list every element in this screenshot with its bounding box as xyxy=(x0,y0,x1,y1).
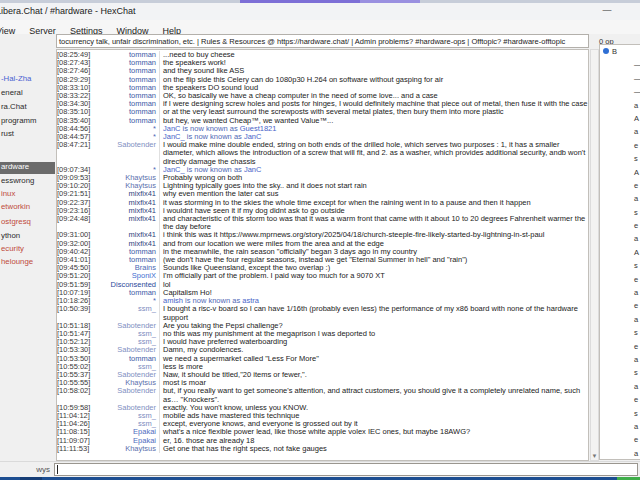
message-timestamp: [09:24:48] xyxy=(57,215,98,231)
user-list-item[interactable]: s xyxy=(600,366,640,379)
message-timestamp: [10:50:39] xyxy=(57,305,98,321)
channel-tree-item[interactable]: -Hal-Zha xyxy=(0,74,31,86)
user-nick-fragment: e xyxy=(634,342,638,351)
channel-tree-item[interactable]: ostgresq xyxy=(0,217,31,229)
own-nick-label: wys xyxy=(30,465,50,474)
chat-message-row: [08:35:40]tommanbut hey, we wanted Cheap… xyxy=(57,117,588,125)
title-bar: Libera.Chat / #hardware - HexChat — xyxy=(0,3,640,21)
user-nick-fragment: e xyxy=(634,181,638,190)
user-nick-fragment: e xyxy=(634,301,638,310)
message-nick[interactable]: Sabotender xyxy=(98,141,159,166)
message-text: Naw, it should be titled,"20 items or fe… xyxy=(159,371,588,379)
nick-link[interactable]: JanC xyxy=(244,165,262,174)
input-bar: wys xyxy=(0,461,640,478)
user-list-item[interactable]: a xyxy=(600,99,640,112)
chat-message-row: [11:11:53]KhaytsusGet one that has the r… xyxy=(57,445,588,453)
user-nick-fragment: A xyxy=(634,248,639,257)
user-nick-fragment: A xyxy=(634,114,639,123)
user-list-item[interactable]: a xyxy=(600,420,640,433)
channel-tree-item[interactable]: ardware xyxy=(0,162,55,174)
channel-tree-item[interactable]: esswrong xyxy=(0,176,34,188)
chat-message-row: [10:58:02]Sabotenderbut, if you really w… xyxy=(57,387,588,403)
message-timestamp: [08:47:21] xyxy=(57,141,98,166)
message-nick[interactable]: Sabotender xyxy=(98,387,159,403)
channel-tree-item[interactable]: ecurity xyxy=(0,244,24,256)
scrollbar-down-arrow-icon[interactable]: ▼ xyxy=(591,453,598,459)
chat-message-row: [10:07:19]tommanCapitalism Ho! xyxy=(57,289,588,297)
user-list-item[interactable]: a xyxy=(600,192,640,205)
message-text: I would make mine double ended, string o… xyxy=(159,141,588,166)
channel-tree-item[interactable]: ra.Chat xyxy=(0,102,27,114)
user-list-item[interactable]: e xyxy=(600,340,640,353)
user-nick-fragment: s xyxy=(634,208,638,217)
user-list-item[interactable]: a xyxy=(600,380,640,393)
message-nick[interactable]: mixfix41 xyxy=(98,215,159,231)
user-list-item[interactable]: a xyxy=(600,286,640,299)
user-list-item[interactable]: A xyxy=(600,246,640,259)
user-list-item[interactable]: — xyxy=(600,85,640,98)
user-list-item[interactable]: a xyxy=(600,125,640,138)
message-nick[interactable]: Khaytsus xyxy=(98,445,159,453)
message-input[interactable] xyxy=(54,463,638,476)
user-nick-fragment: s xyxy=(634,328,638,337)
user-list[interactable]: B———aAaesAeaseaAseaeaseasaesaea xyxy=(599,44,640,460)
user-nick-fragment: a xyxy=(634,101,638,110)
message-nick[interactable]: tomman xyxy=(98,117,159,125)
user-list-item[interactable]: s xyxy=(600,326,640,339)
user-nick-fragment: a xyxy=(634,449,638,458)
user-list-item[interactable]: e xyxy=(600,299,640,312)
user-nick-fragment: e xyxy=(634,435,638,444)
user-list-item[interactable]: s xyxy=(600,259,640,272)
channel-tree-item[interactable]: eneral xyxy=(0,88,23,100)
channel-tree-item[interactable]: helounge xyxy=(0,257,33,269)
minimize-button[interactable]: — xyxy=(590,3,624,20)
channel-tree-item[interactable]: programm xyxy=(0,116,37,128)
message-timestamp: [10:58:02] xyxy=(57,387,98,403)
user-nick-fragment: a xyxy=(634,382,638,391)
message-nick[interactable]: tomman xyxy=(98,289,159,297)
menu-bar: ViewServerSettingsWindowHelp xyxy=(0,20,640,34)
message-nick[interactable]: ssm_ xyxy=(98,305,159,321)
user-list-item[interactable]: B xyxy=(600,45,640,58)
window-title: Libera.Chat / #hardware - HexChat xyxy=(0,6,136,16)
user-list-item[interactable]: A xyxy=(600,112,640,125)
channel-tree-item[interactable]: ython xyxy=(0,231,20,243)
channel-tree: -Hal-Zhaeneralra.Chatprogrammrustardware… xyxy=(0,34,55,460)
user-list-item[interactable]: e xyxy=(600,179,640,192)
user-nick-fragment: a xyxy=(634,355,638,364)
topic-text: tocurrency talk, unfair discrimination, … xyxy=(57,35,588,46)
user-nick-fragment: — xyxy=(634,60,640,69)
user-list-item[interactable]: e xyxy=(600,219,640,232)
user-nick-fragment: s xyxy=(634,409,638,418)
user-list-item[interactable]: a xyxy=(600,447,640,460)
chat-message-row: [08:47:21]SabotenderI would make mine do… xyxy=(57,141,588,166)
channel-tree-item[interactable]: etworkin xyxy=(0,202,30,214)
user-nick-fragment: — xyxy=(634,87,640,96)
channel-tree-item[interactable]: rust xyxy=(0,129,14,141)
user-list-item[interactable]: e xyxy=(600,273,640,286)
user-list-item[interactable]: e xyxy=(600,139,640,152)
user-list-item[interactable]: — xyxy=(600,72,640,85)
chat-log[interactable]: [08:25:49]tomman...need to buy cheese[08… xyxy=(56,49,589,461)
topic-bar[interactable]: tocurrency talk, unfair discrimination, … xyxy=(56,34,589,48)
user-list-item[interactable]: a xyxy=(600,232,640,245)
user-list-item[interactable]: e xyxy=(600,433,640,446)
message-text: but, if you really want to get someone's… xyxy=(159,387,588,403)
user-list-item[interactable]: a xyxy=(600,353,640,366)
channel-tree-item[interactable]: inux xyxy=(0,189,15,201)
user-list-item[interactable]: — xyxy=(600,58,640,71)
user-list-item[interactable]: s xyxy=(600,407,640,420)
chat-scrollbar[interactable]: ▼ xyxy=(590,49,599,461)
chat-message-row: [08:44:56]*JanC is now known as Guest182… xyxy=(57,125,588,133)
user-nick-fragment: a xyxy=(634,288,638,297)
user-nick-fragment: a xyxy=(634,422,638,431)
user-list-item[interactable]: a xyxy=(600,313,640,326)
chat-message-row: [09:24:48]mixfix41and characteristic of … xyxy=(57,215,588,231)
user-list-item[interactable]: e xyxy=(600,393,640,406)
user-list-item[interactable]: s xyxy=(600,206,640,219)
user-list-item[interactable]: s xyxy=(600,152,640,165)
user-nick-fragment: A xyxy=(634,168,639,177)
user-list-item[interactable]: A xyxy=(600,166,640,179)
user-nick-fragment: e xyxy=(634,141,638,150)
chat-message-row: [10:51:47]ssm_no this was my punishment … xyxy=(57,330,588,338)
